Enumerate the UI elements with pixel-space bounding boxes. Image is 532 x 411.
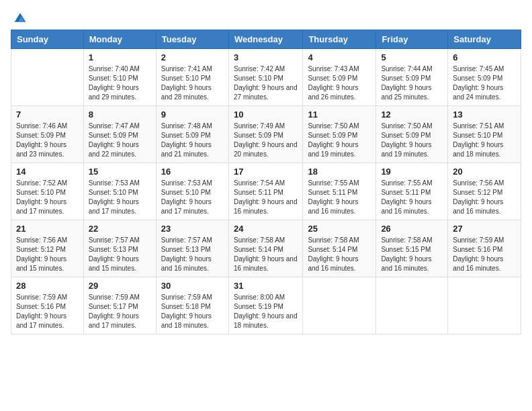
- calendar-cell: 1 Sunrise: 7:40 AMSunset: 5:10 PMDayligh…: [83, 49, 156, 106]
- calendar-cell: 23 Sunrise: 7:57 AMSunset: 5:13 PMDaylig…: [156, 220, 228, 277]
- calendar-cell: [376, 277, 448, 334]
- day-info: Sunrise: 7:47 AMSunset: 5:09 PMDaylight:…: [89, 122, 151, 159]
- day-number: 25: [308, 224, 371, 234]
- day-info: Sunrise: 8:00 AMSunset: 5:19 PMDaylight:…: [234, 293, 298, 330]
- calendar-cell: 25 Sunrise: 7:58 AMSunset: 5:14 PMDaylig…: [303, 220, 376, 277]
- calendar-cell: 8 Sunrise: 7:47 AMSunset: 5:09 PMDayligh…: [83, 106, 156, 163]
- day-info: Sunrise: 7:50 AMSunset: 5:09 PMDaylight:…: [381, 122, 443, 159]
- day-number: 18: [308, 167, 371, 177]
- day-info: Sunrise: 7:49 AMSunset: 5:09 PMDaylight:…: [234, 122, 298, 159]
- day-info: Sunrise: 7:40 AMSunset: 5:10 PMDaylight:…: [89, 64, 151, 102]
- calendar-cell: 16 Sunrise: 7:53 AMSunset: 5:10 PMDaylig…: [156, 163, 228, 220]
- weekday-header: Friday: [376, 30, 448, 49]
- logo: [11, 11, 27, 21]
- day-info: Sunrise: 7:59 AMSunset: 5:17 PMDaylight:…: [89, 293, 151, 330]
- calendar-cell: 21 Sunrise: 7:56 AMSunset: 5:12 PMDaylig…: [11, 220, 84, 277]
- calendar-cell: 28 Sunrise: 7:59 AMSunset: 5:16 PMDaylig…: [11, 277, 84, 334]
- calendar-cell: [303, 277, 376, 334]
- day-info: Sunrise: 7:53 AMSunset: 5:10 PMDaylight:…: [161, 179, 224, 216]
- calendar-cell: 17 Sunrise: 7:54 AMSunset: 5:11 PMDaylig…: [228, 163, 302, 220]
- day-number: 29: [89, 281, 151, 291]
- calendar-cell: 18 Sunrise: 7:55 AMSunset: 5:11 PMDaylig…: [303, 163, 376, 220]
- calendar-cell: 2 Sunrise: 7:41 AMSunset: 5:10 PMDayligh…: [156, 49, 228, 106]
- day-number: 1: [89, 52, 151, 62]
- day-info: Sunrise: 7:52 AMSunset: 5:10 PMDaylight:…: [16, 179, 79, 216]
- calendar-cell: 12 Sunrise: 7:50 AMSunset: 5:09 PMDaylig…: [376, 106, 448, 163]
- weekday-header: Tuesday: [156, 30, 228, 49]
- day-number: 8: [89, 109, 151, 120]
- day-number: 3: [234, 52, 298, 62]
- day-number: 11: [308, 109, 371, 120]
- day-number: 6: [453, 52, 516, 62]
- day-info: Sunrise: 7:58 AMSunset: 5:14 PMDaylight:…: [308, 236, 371, 273]
- calendar-header-row: SundayMondayTuesdayWednesdayThursdayFrid…: [11, 30, 521, 49]
- day-number: 5: [381, 52, 443, 62]
- calendar-cell: [11, 49, 84, 106]
- calendar-cell: 24 Sunrise: 7:58 AMSunset: 5:14 PMDaylig…: [228, 220, 302, 277]
- day-info: Sunrise: 7:58 AMSunset: 5:15 PMDaylight:…: [381, 236, 443, 273]
- day-info: Sunrise: 7:59 AMSunset: 5:16 PMDaylight:…: [453, 236, 516, 273]
- day-info: Sunrise: 7:46 AMSunset: 5:09 PMDaylight:…: [16, 122, 79, 159]
- day-info: Sunrise: 7:50 AMSunset: 5:09 PMDaylight:…: [308, 122, 371, 159]
- page-header: [11, 11, 521, 21]
- day-number: 9: [161, 109, 224, 120]
- day-number: 4: [308, 52, 371, 62]
- day-number: 13: [453, 109, 516, 120]
- calendar-cell: [448, 277, 521, 334]
- day-info: Sunrise: 7:57 AMSunset: 5:13 PMDaylight:…: [161, 236, 224, 273]
- day-number: 14: [16, 167, 79, 177]
- calendar-cell: 5 Sunrise: 7:44 AMSunset: 5:09 PMDayligh…: [376, 49, 448, 106]
- calendar-cell: 13 Sunrise: 7:51 AMSunset: 5:10 PMDaylig…: [448, 106, 521, 163]
- day-info: Sunrise: 7:48 AMSunset: 5:09 PMDaylight:…: [161, 122, 224, 159]
- day-number: 2: [161, 52, 224, 62]
- day-number: 31: [234, 281, 298, 291]
- day-number: 12: [381, 109, 443, 120]
- calendar-week-row: 1 Sunrise: 7:40 AMSunset: 5:10 PMDayligh…: [11, 49, 521, 106]
- day-number: 20: [453, 167, 516, 177]
- calendar-cell: 9 Sunrise: 7:48 AMSunset: 5:09 PMDayligh…: [156, 106, 228, 163]
- day-info: Sunrise: 7:53 AMSunset: 5:10 PMDaylight:…: [89, 179, 151, 216]
- calendar-cell: 6 Sunrise: 7:45 AMSunset: 5:09 PMDayligh…: [448, 49, 521, 106]
- calendar-week-row: 28 Sunrise: 7:59 AMSunset: 5:16 PMDaylig…: [11, 277, 521, 334]
- calendar-cell: 19 Sunrise: 7:55 AMSunset: 5:11 PMDaylig…: [376, 163, 448, 220]
- day-info: Sunrise: 7:55 AMSunset: 5:11 PMDaylight:…: [308, 179, 371, 216]
- day-number: 27: [453, 224, 516, 234]
- day-number: 22: [89, 224, 151, 234]
- day-info: Sunrise: 7:42 AMSunset: 5:10 PMDaylight:…: [234, 64, 298, 102]
- day-info: Sunrise: 7:55 AMSunset: 5:11 PMDaylight:…: [381, 179, 443, 216]
- day-info: Sunrise: 7:54 AMSunset: 5:11 PMDaylight:…: [234, 179, 298, 216]
- weekday-header: Sunday: [11, 30, 84, 49]
- calendar-cell: 10 Sunrise: 7:49 AMSunset: 5:09 PMDaylig…: [228, 106, 302, 163]
- weekday-header: Saturday: [448, 30, 521, 49]
- logo-icon: [13, 11, 27, 24]
- weekday-header: Wednesday: [228, 30, 302, 49]
- calendar-cell: 20 Sunrise: 7:56 AMSunset: 5:12 PMDaylig…: [448, 163, 521, 220]
- day-info: Sunrise: 7:58 AMSunset: 5:14 PMDaylight:…: [234, 236, 298, 273]
- day-info: Sunrise: 7:57 AMSunset: 5:13 PMDaylight:…: [89, 236, 151, 273]
- weekday-header: Thursday: [303, 30, 376, 49]
- weekday-header: Monday: [83, 30, 156, 49]
- calendar-cell: 29 Sunrise: 7:59 AMSunset: 5:17 PMDaylig…: [83, 277, 156, 334]
- day-number: 16: [161, 167, 224, 177]
- day-number: 17: [234, 167, 298, 177]
- calendar-cell: 22 Sunrise: 7:57 AMSunset: 5:13 PMDaylig…: [83, 220, 156, 277]
- calendar-cell: 30 Sunrise: 7:59 AMSunset: 5:18 PMDaylig…: [156, 277, 228, 334]
- day-number: 21: [16, 224, 79, 234]
- day-number: 7: [16, 109, 79, 120]
- day-info: Sunrise: 7:56 AMSunset: 5:12 PMDaylight:…: [16, 236, 79, 273]
- calendar-week-row: 21 Sunrise: 7:56 AMSunset: 5:12 PMDaylig…: [11, 220, 521, 277]
- calendar-cell: 15 Sunrise: 7:53 AMSunset: 5:10 PMDaylig…: [83, 163, 156, 220]
- day-number: 10: [234, 109, 298, 120]
- calendar-cell: 11 Sunrise: 7:50 AMSunset: 5:09 PMDaylig…: [303, 106, 376, 163]
- day-info: Sunrise: 7:59 AMSunset: 5:18 PMDaylight:…: [161, 293, 224, 330]
- day-info: Sunrise: 7:43 AMSunset: 5:09 PMDaylight:…: [308, 64, 371, 102]
- day-info: Sunrise: 7:45 AMSunset: 5:09 PMDaylight:…: [453, 64, 516, 102]
- day-number: 26: [381, 224, 443, 234]
- calendar-table: SundayMondayTuesdayWednesdayThursdayFrid…: [11, 30, 521, 334]
- day-number: 30: [161, 281, 224, 291]
- day-info: Sunrise: 7:59 AMSunset: 5:16 PMDaylight:…: [16, 293, 79, 330]
- calendar-cell: 14 Sunrise: 7:52 AMSunset: 5:10 PMDaylig…: [11, 163, 84, 220]
- day-number: 15: [89, 167, 151, 177]
- calendar-cell: 27 Sunrise: 7:59 AMSunset: 5:16 PMDaylig…: [448, 220, 521, 277]
- calendar-cell: 26 Sunrise: 7:58 AMSunset: 5:15 PMDaylig…: [376, 220, 448, 277]
